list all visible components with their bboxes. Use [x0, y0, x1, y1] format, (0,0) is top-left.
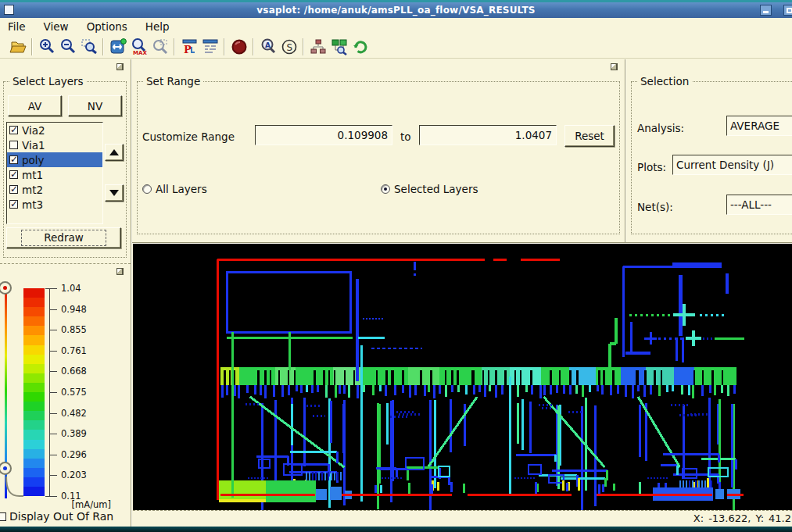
hierarchy-button[interactable] [308, 37, 328, 56]
scale-tick [45, 496, 57, 497]
scale-tick-label: 0.389 [61, 428, 87, 439]
scroll-down-button[interactable] [105, 184, 124, 202]
range-from-input[interactable]: 0.109908 [255, 125, 392, 145]
layer-item-via1[interactable]: Via1 [7, 137, 102, 152]
layer-checkbox[interactable] [9, 200, 18, 209]
nv-button[interactable]: NV [68, 95, 122, 116]
selection-field-nets[interactable]: ---ALL--- [726, 195, 792, 215]
cursor-x-label: X: [693, 512, 704, 524]
layer-label: mt2 [22, 184, 43, 196]
menu-file[interactable]: File [5, 19, 34, 35]
layer-item-poly[interactable]: poly [7, 152, 102, 167]
statusbar: X: -13.622, Y: 41.2 [133, 510, 792, 526]
cursor-y-label: Y: [755, 512, 764, 524]
all-layers-radio[interactable] [142, 184, 152, 194]
svg-text:S: S [286, 42, 292, 53]
zoom-out-button[interactable] [58, 37, 77, 56]
scale-tick [45, 288, 57, 289]
menu-help[interactable]: Help [142, 19, 178, 35]
layer-item-mt2[interactable]: mt2 [7, 182, 102, 197]
menu-view[interactable]: View [41, 19, 77, 35]
scale-tick [50, 413, 57, 414]
select-s-button[interactable]: S [279, 37, 299, 56]
menubar: FileViewOptionsHelp [0, 18, 792, 36]
scale-tick [50, 455, 57, 455]
toolbar-separator [174, 38, 175, 55]
customize-range-label: Customize Range [142, 130, 235, 143]
layer-checkbox[interactable] [9, 155, 18, 164]
panel-grip-icon[interactable] [611, 63, 618, 70]
svg-text:MAX: MAX [133, 50, 147, 56]
layer-item-mt1[interactable]: mt1 [7, 167, 102, 182]
scale-tick-label: 0.855 [61, 324, 87, 335]
layer-item-via2[interactable]: Via2 [7, 123, 102, 137]
arrow-up-icon [109, 149, 119, 155]
window-menu-icon[interactable] [4, 5, 14, 15]
search-text-button[interactable]: A [258, 37, 278, 56]
window-bottom-border [0, 527, 792, 532]
toolbar: MAXPAS [0, 36, 792, 59]
selection-field-analysis[interactable]: AVERAGE [726, 116, 792, 136]
scale-tick-label: 0.296 [61, 449, 87, 460]
zoom-out-icon [59, 37, 77, 56]
select-layers-title: Select Layers [9, 75, 87, 87]
zoom-region-icon [80, 37, 99, 56]
toolbar-separator [102, 38, 104, 55]
av-button[interactable]: AV [8, 95, 62, 116]
range-to-label: to [400, 130, 411, 143]
layout-canvas[interactable] [133, 244, 792, 510]
vsaplot-window: vsaplot: /home/anuk/amsPLL_oa_flow/VSA_R… [0, 0, 792, 532]
all-layers-label: All Layers [156, 183, 207, 195]
scale-tick [50, 330, 57, 330]
scale-tick [50, 371, 57, 372]
scale-tick-label: 0.482 [61, 408, 87, 419]
layer-checkbox[interactable] [9, 141, 18, 149]
chip-layout-plot [133, 244, 792, 510]
layer-label: Via1 [22, 139, 45, 152]
refresh-icon [351, 37, 370, 56]
selection-panel: Selection Analysis:AVERAGEPlots:Current … [626, 59, 792, 242]
zoom-region-button[interactable] [79, 37, 99, 56]
scale-tick-label: 0.948 [61, 304, 87, 315]
scale-tick [50, 309, 57, 310]
color-scale-panel: 1.040.9480.8550.7610.6680.5750.4820.3890… [0, 263, 131, 527]
reset-button[interactable]: Reset [564, 125, 615, 147]
zoom-in-button[interactable] [37, 37, 56, 56]
minimize-button[interactable] [760, 5, 772, 16]
layer-checkbox[interactable] [9, 185, 18, 194]
refresh-button[interactable] [350, 37, 370, 56]
net-probe-button[interactable] [329, 37, 349, 56]
layer-checkbox[interactable] [9, 170, 18, 179]
open-file-button[interactable] [8, 37, 27, 56]
stop-button[interactable] [229, 37, 249, 56]
maximize-button[interactable] [783, 5, 792, 16]
zoom-max-button[interactable]: MAX [129, 37, 149, 56]
redraw-button[interactable]: Redraw [6, 227, 121, 248]
range-to-input[interactable]: 1.0407 [419, 125, 557, 145]
panel-grip-icon[interactable] [116, 63, 124, 70]
scale-tick [50, 351, 57, 352]
scroll-up-button[interactable] [105, 144, 124, 161]
layer-item-mt3[interactable]: mt3 [7, 197, 102, 212]
histogram-button[interactable] [200, 37, 220, 56]
zoom-fit-button[interactable] [108, 37, 127, 56]
panel-grip-icon[interactable] [116, 268, 124, 275]
display-out-of-range-row[interactable]: Display Out Of Ran [0, 510, 113, 523]
selected-layers-radio[interactable] [381, 184, 390, 194]
zoom-prev-button[interactable] [150, 37, 170, 56]
display-out-of-range-checkbox[interactable] [0, 512, 6, 521]
menu-options[interactable]: Options [84, 19, 136, 35]
stop-icon [230, 37, 249, 56]
scale-tick-label: 0.761 [61, 345, 87, 356]
plot-p-button[interactable]: P [179, 37, 199, 56]
plot-p-icon: P [180, 37, 199, 56]
layer-label: poly [22, 154, 45, 166]
cursor-y-value: 41.2 [769, 512, 791, 524]
selection-field-plots[interactable]: Current Density (J) [672, 155, 792, 175]
toolbar-separator [303, 38, 304, 55]
titlebar[interactable]: vsaplot: /home/anuk/amsPLL_oa_flow/VSA_R… [0, 2, 792, 18]
layer-list[interactable]: Via2Via1polymt1mt2mt3 [6, 122, 103, 224]
toolbar-separator [224, 38, 225, 55]
zoom-prev-icon [151, 37, 170, 56]
layer-checkbox[interactable] [9, 126, 18, 134]
